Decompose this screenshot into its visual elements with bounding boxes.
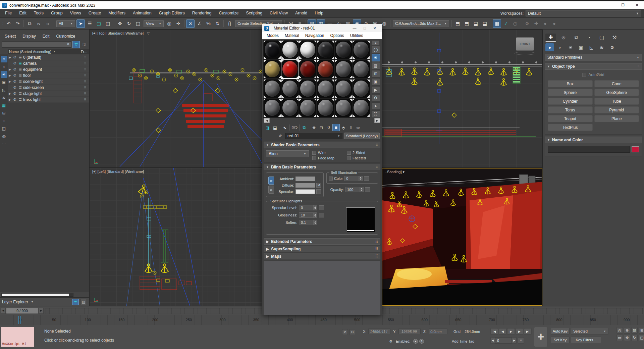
select-and-rotate-icon[interactable]: ↻ (125, 19, 133, 28)
key-mode-toggle-icon[interactable]: ⊙ (518, 337, 524, 344)
primitive-cone-button[interactable]: Cone (594, 80, 639, 87)
key-filters-button[interactable]: Key Filters... (571, 337, 601, 343)
search-filter-icon[interactable]: ▽ (72, 41, 80, 48)
rollout-maps[interactable]: ▶Maps⠿ (264, 253, 380, 259)
track-bar[interactable]: 0501001502002503003504004505005506006507… (0, 315, 644, 325)
layer-stack-icon[interactable]: ≣ (17, 79, 23, 84)
primitive-torus-button[interactable]: Torus (548, 106, 593, 113)
frozen-cell-icon[interactable]: ⠿ (84, 74, 86, 77)
zoom-extents-all-icon[interactable]: ⊞ (639, 327, 644, 334)
search-clear-icon[interactable]: ✕ (67, 42, 70, 46)
go-to-end-icon[interactable]: ▶| (524, 328, 532, 335)
primitive-tube-button[interactable]: Tube (594, 98, 639, 105)
generate-preview-icon[interactable]: ▶ (372, 86, 380, 94)
put-material-to-scene-icon[interactable]: ⬓ (271, 124, 279, 131)
opacity-map-button[interactable] (365, 187, 370, 192)
show-end-result-icon[interactable]: ⬘ (340, 124, 347, 131)
mat-menu-navigation[interactable]: Navigation (302, 33, 327, 38)
viewport-filter-icon[interactable]: ▽ (147, 32, 150, 35)
soften-spinner[interactable]: 0.1 (299, 220, 317, 225)
mat-menu-utilities[interactable]: Utilities (347, 33, 366, 38)
display-groups-icon[interactable]: ▦ (1, 102, 7, 109)
health-check-icon[interactable]: ✓ (502, 19, 510, 28)
select-and-scale-icon[interactable]: ◲ (134, 19, 142, 28)
command-tab-motion[interactable]: ◔ (584, 34, 594, 42)
explorer-menu-select[interactable]: Select (1, 34, 19, 39)
viewport-front[interactable]: FRONT (382, 30, 542, 168)
auto-key-button[interactable]: Auto Key (551, 328, 570, 335)
assign-material-to-selection-icon[interactable]: ⬊ (281, 124, 288, 131)
material-sample-slot-7[interactable] (264, 60, 281, 78)
previous-frame-icon[interactable]: ◀ (499, 328, 506, 335)
material-editor-titlebar[interactable]: 3 Material Editor - red-01 — □ ✕ (262, 24, 382, 32)
diffuse-specular-lock-icon[interactable]: ∞ (268, 186, 274, 194)
mat-menu-modes[interactable]: Modes (264, 33, 282, 38)
rectangular-selection-region-icon[interactable]: ▢ (95, 19, 103, 28)
visibility-eye-icon[interactable]: ⊙ (12, 61, 17, 65)
asset-tracking-a-icon[interactable]: ⬒ (453, 19, 462, 28)
asset-tracking-b-icon[interactable]: ⬒ (463, 19, 471, 28)
indicator-dot-a-icon[interactable]: ● (541, 19, 549, 28)
get-material-icon[interactable]: ◨ (264, 124, 271, 131)
explorer-menu-display[interactable]: Display (19, 34, 39, 39)
maxscript-mini-listener[interactable]: MAXScript Mi (1, 327, 34, 347)
viewport-top-label[interactable]: [+] [Top] [Standard] [Wireframe]▽ (92, 31, 150, 35)
go-to-start-icon[interactable]: |◀ (490, 328, 498, 335)
expand-icon[interactable]: ▶ (8, 68, 12, 71)
material-sample-slot-21[interactable] (299, 99, 316, 117)
glossiness-spinner[interactable]: 10 (299, 212, 317, 218)
primitive-box-button[interactable]: Box (548, 80, 593, 87)
zoom-all-icon[interactable]: ⊕ (624, 327, 630, 334)
list-view-icon[interactable]: ▤ (80, 299, 87, 305)
create-category-cameras-icon[interactable]: ▣ (577, 43, 585, 51)
primitive-sphere-button[interactable]: Sphere (548, 89, 593, 96)
sample-uv-tiling-icon[interactable]: ⊞ (372, 70, 380, 78)
primitive-category-dropdown[interactable]: Standard Primitives ▼ (545, 54, 642, 61)
layer-row-stage-light[interactable]: ▶⊙≣stage-light⠿ (8, 91, 89, 97)
enabled-indicator-b[interactable]: 1 (419, 339, 424, 344)
frozen-cell-icon[interactable]: ⠿ (84, 56, 86, 59)
time-slider-prev-icon[interactable]: ◀ (1, 308, 6, 314)
put-to-library-icon[interactable]: ⊟ (318, 124, 325, 131)
checkbox-faceted[interactable]: Faceted (347, 156, 378, 160)
frozen-cell-icon[interactable]: ⠿ (84, 80, 86, 83)
material-sample-slot-2[interactable] (281, 41, 299, 59)
time-slider-next-icon[interactable]: ▶ (39, 308, 44, 314)
layer-row-camera[interactable]: ⊙≣camera⠿ (8, 60, 89, 66)
orbit-icon[interactable]: ↻ (631, 335, 638, 341)
menu-create[interactable]: Create (85, 9, 105, 17)
viewcube-front-face[interactable]: FRONT (516, 37, 534, 51)
primitive-pyramid-button[interactable]: Pyramid (594, 106, 639, 113)
zoom-extents-icon[interactable]: ⊡ (631, 327, 638, 334)
explorer-search-input[interactable]: ✕ (2, 41, 71, 48)
material-id-channel-icon[interactable]: 0 (325, 124, 332, 131)
display-spacewarps-icon[interactable]: ≋ (1, 94, 7, 101)
select-by-material-icon[interactable]: ➤ (372, 102, 380, 110)
layer-stack-icon[interactable]: ≣ (17, 61, 23, 65)
material-sample-slot-3[interactable] (299, 41, 316, 59)
dialog-close-button[interactable]: ✕ (370, 26, 380, 31)
ambient-color-swatch[interactable] (296, 177, 315, 181)
display-lights-icon[interactable]: ☀ (1, 71, 7, 78)
make-material-copy-icon[interactable]: ⧉ (301, 124, 308, 131)
add-time-tag[interactable]: Add Time Tag (452, 339, 474, 343)
autogrid-checkbox[interactable] (582, 73, 586, 77)
create-category-geometry-icon[interactable]: ● (545, 43, 554, 51)
display-shapes-icon[interactable]: ◖ (1, 63, 7, 70)
menu-tools[interactable]: Tools (30, 9, 47, 17)
menu-customize[interactable]: Customize (215, 9, 242, 17)
asset-tracking-c-icon[interactable]: ⬓ (472, 19, 480, 28)
layer-row-truss-light[interactable]: ▶⊙≣truss-light⠿ (8, 97, 89, 103)
sample-scroll-left-icon[interactable]: ◀ (264, 118, 270, 123)
material-sample-slot-6[interactable] (353, 41, 370, 59)
pan-icon[interactable]: ✥ (624, 335, 630, 341)
selection-filter-dropdown[interactable]: All▼ (56, 20, 75, 27)
expand-icon[interactable]: ▶ (8, 74, 12, 77)
viewport-left-label[interactable]: [+] [Left] [Standard] [Wireframe] (92, 169, 144, 173)
layer-stack-icon[interactable]: ≣ (17, 55, 23, 59)
display-more-icon[interactable]: ⋯ (1, 141, 7, 147)
create-category-shapes-icon[interactable]: ◗ (556, 43, 565, 51)
checkbox-face-map[interactable]: Face Map (312, 156, 343, 160)
explorer-horizontal-scrollbar[interactable] (1, 293, 73, 297)
visibility-eye-icon[interactable]: ⊙ (12, 97, 17, 102)
